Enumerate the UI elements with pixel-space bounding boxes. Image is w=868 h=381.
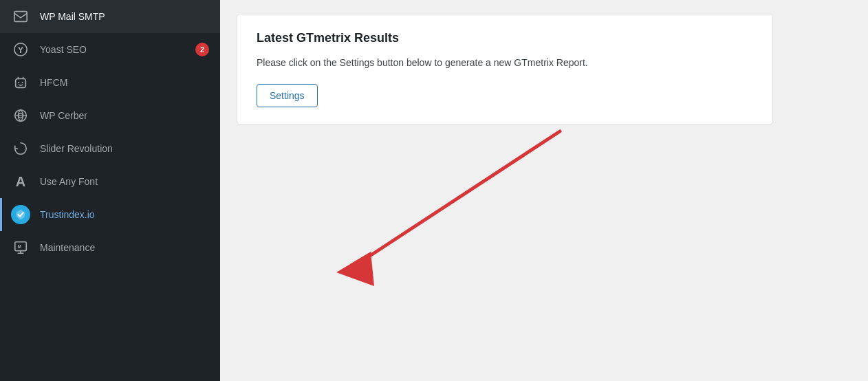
svg-rect-3 [16, 79, 26, 88]
sidebar-item-yoast-seo[interactable]: Y Yoast SEO 2 [0, 33, 220, 66]
main-content: Latest GTmetrix Results Please click on … [220, 0, 868, 381]
sidebar-item-label-slider-revolution: Slider Revolution [40, 143, 209, 154]
sidebar-item-trustindex[interactable]: Trustindex.io [0, 198, 220, 231]
hfcm-icon [11, 73, 30, 92]
sidebar-item-label-maintenance: Maintenance [40, 242, 209, 253]
wp-mail-smtp-icon [11, 7, 30, 26]
sidebar-item-label-wp-cerber: WP Cerber [40, 110, 209, 121]
sidebar-item-label-trustindex: Trustindex.io [40, 209, 209, 220]
sidebar-item-hfcm[interactable]: HFCM [0, 66, 220, 99]
svg-marker-10 [336, 252, 374, 286]
settings-button[interactable]: Settings [257, 84, 318, 107]
sidebar-item-label-wp-mail-smtp: WP Mail SMTP [40, 11, 209, 22]
svg-line-9 [360, 131, 560, 262]
wp-cerber-icon [11, 106, 30, 125]
sidebar-item-maintenance[interactable]: M Maintenance [0, 231, 220, 264]
svg-text:M: M [17, 244, 21, 249]
svg-point-4 [18, 82, 19, 83]
sidebar-item-wp-cerber[interactable]: WP Cerber [0, 99, 220, 132]
red-arrow [237, 124, 787, 331]
sidebar-item-wp-mail-smtp[interactable]: WP Mail SMTP [0, 0, 220, 33]
card-title: Latest GTmetrix Results [257, 31, 753, 45]
yoast-seo-icon: Y [11, 40, 30, 59]
sidebar-item-label-yoast-seo: Yoast SEO [40, 44, 186, 55]
svg-text:Y: Y [18, 45, 23, 55]
svg-point-5 [22, 82, 23, 83]
arrow-container [237, 124, 851, 367]
sidebar: WP Mail SMTP Y Yoast SEO 2 HFCM [0, 0, 220, 381]
sidebar-item-slider-revolution[interactable]: Slider Revolution [0, 132, 220, 165]
yoast-seo-badge: 2 [195, 43, 209, 56]
svg-rect-0 [14, 12, 27, 22]
sidebar-item-label-hfcm: HFCM [40, 77, 209, 88]
trustindex-icon [11, 205, 30, 224]
sidebar-item-label-use-any-font: Use Any Font [40, 176, 209, 187]
content-card: Latest GTmetrix Results Please click on … [237, 14, 773, 124]
slider-revolution-icon [11, 139, 30, 158]
sidebar-item-use-any-font[interactable]: A Use Any Font [0, 165, 220, 198]
card-description: Please click on the Settings button belo… [257, 55, 669, 70]
maintenance-icon: M [11, 238, 30, 257]
use-any-font-icon: A [11, 172, 30, 191]
